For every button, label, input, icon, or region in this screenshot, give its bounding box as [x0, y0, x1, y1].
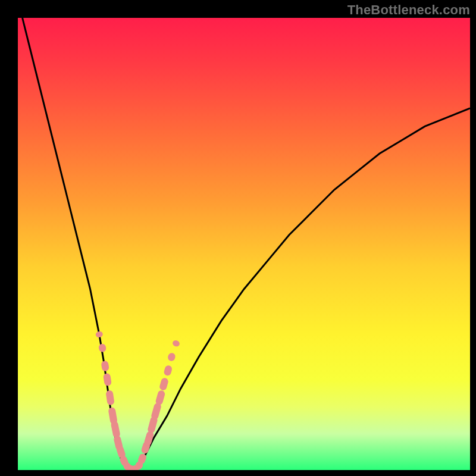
chart-frame: TheBottleneck.com — [0, 0, 476, 476]
chart-svg — [18, 18, 470, 470]
attribution-text: TheBottleneck.com — [347, 2, 470, 18]
plot-area — [18, 18, 470, 470]
gradient-background — [18, 18, 470, 470]
